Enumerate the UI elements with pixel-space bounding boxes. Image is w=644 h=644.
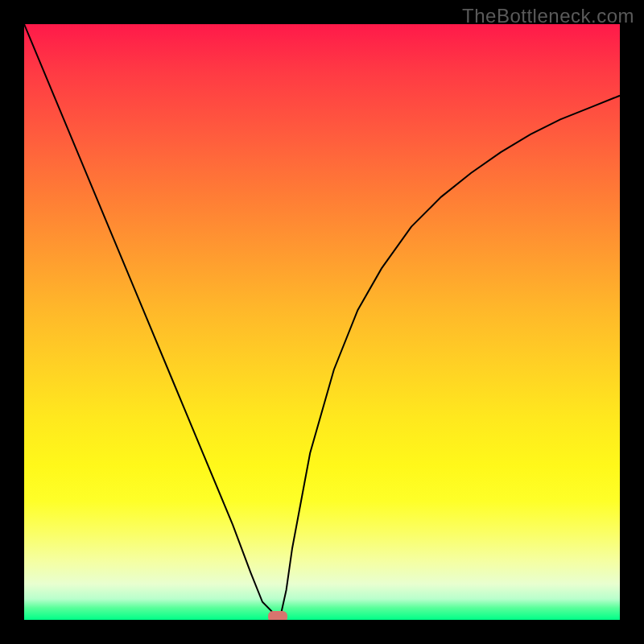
curve-svg xyxy=(24,24,620,620)
optimum-marker xyxy=(268,611,287,620)
bottleneck-curve-line xyxy=(24,24,620,617)
watermark-text: TheBottleneck.com xyxy=(462,5,634,27)
plot-area xyxy=(24,24,620,620)
chart-frame: TheBottleneck.com xyxy=(0,0,644,644)
